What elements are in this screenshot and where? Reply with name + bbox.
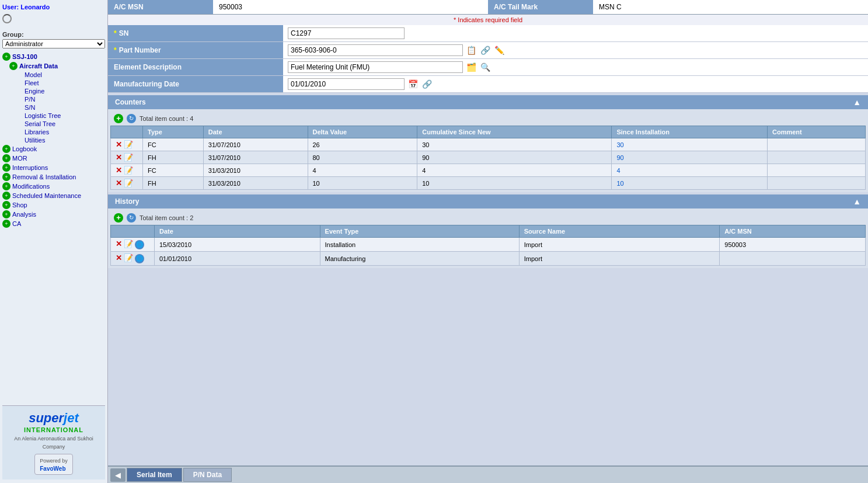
- sidebar-item-shop[interactable]: + Shop: [2, 200, 105, 210]
- hist-col-source-name: Source Name: [519, 225, 720, 238]
- counters-header: Counters ▲: [108, 95, 868, 109]
- sidebar-item-sn[interactable]: S/N: [2, 103, 105, 112]
- tab-pn-data[interactable]: P/N Data: [183, 468, 232, 482]
- delete-icon[interactable]: ✕: [116, 253, 122, 262]
- sidebar-item-removal-installation[interactable]: + Removal & Installation: [2, 172, 105, 182]
- favoweb-label: FavoWeb: [40, 465, 65, 472]
- cell-since-install: 4: [612, 164, 768, 177]
- sidebar-item-label: CA: [12, 220, 21, 227]
- edit-icon[interactable]: 📝: [124, 140, 133, 149]
- history-refresh-btn[interactable]: ↻: [127, 213, 136, 223]
- history-toolbar: + ↻ Total item count : 2: [110, 211, 866, 225]
- cell-since-install: 90: [612, 151, 768, 164]
- sidebar-item-label: Libraries: [25, 128, 49, 135]
- delete-icon[interactable]: ✕: [116, 166, 122, 175]
- edit-icon[interactable]: 📝: [124, 253, 133, 262]
- pn-link-btn[interactable]: 🔗: [479, 44, 491, 56]
- edit-icon[interactable]: 📝: [124, 153, 133, 162]
- counters-add-btn[interactable]: +: [114, 114, 123, 123]
- bullet-green-icon: +: [2, 154, 11, 162]
- cell-type: FH: [143, 151, 204, 164]
- sidebar-item-utilities[interactable]: Utilities: [2, 136, 105, 144]
- sn-label: SN: [119, 29, 129, 37]
- sidebar-item-label: MOR: [12, 155, 27, 162]
- bullet-green-icon: +: [2, 53, 11, 61]
- cell-since-install: 10: [612, 177, 768, 190]
- cell-comment: [767, 151, 865, 164]
- sidebar-item-label: Modifications: [12, 183, 50, 190]
- sidebar-item-logbook[interactable]: + Logbook: [2, 144, 105, 154]
- sidebar-item-analysis[interactable]: + Analysis: [2, 210, 105, 219]
- sidebar-item-ca[interactable]: + CA: [2, 219, 105, 228]
- sidebar-item-label: Model: [25, 71, 42, 78]
- cell-event-type: Manufacturing: [320, 252, 519, 266]
- sidebar-item-label: Utilities: [25, 137, 45, 144]
- ac-msn-value: 950003: [213, 0, 488, 14]
- sidebar-item-logistic-tree[interactable]: Logistic Tree: [2, 112, 105, 120]
- sidebar-item-label: Logistic Tree: [25, 112, 61, 119]
- pn-copy-btn[interactable]: 📋: [465, 44, 477, 56]
- delete-icon[interactable]: ✕: [116, 179, 122, 187]
- sidebar-item-label: Removal & Installation: [12, 173, 76, 180]
- hist-col-event-type: Event Type: [320, 225, 519, 238]
- logo-international: INTERNATIONAL: [24, 426, 83, 433]
- bullet-green-icon: +: [2, 164, 11, 172]
- sidebar-item-modifications[interactable]: + Modifications: [2, 182, 105, 191]
- pn-input[interactable]: [288, 44, 463, 56]
- sidebar-item-label: Interruptions: [12, 164, 48, 171]
- counters-toolbar: + ↻ Total item count : 4: [110, 112, 866, 126]
- tab-serial-item[interactable]: Serial Item: [127, 468, 182, 482]
- mfg-date-input[interactable]: [288, 78, 405, 90]
- delete-icon[interactable]: ✕: [116, 153, 122, 162]
- counters-collapse-icon[interactable]: ▲: [853, 98, 861, 107]
- edit-icon[interactable]: 📝: [124, 239, 133, 248]
- sidebar-item-model[interactable]: Model: [2, 71, 105, 79]
- group-select[interactable]: Administrator: [2, 39, 105, 48]
- counters-refresh-btn[interactable]: ↻: [127, 114, 136, 123]
- sidebar-item-ssj100[interactable]: + SSJ-100: [2, 52, 105, 61]
- col-cumulative: Cumulative Since New: [417, 126, 612, 138]
- desc-input[interactable]: [288, 61, 463, 73]
- pn-edit-btn[interactable]: ✏️: [493, 44, 505, 56]
- bullet-green-icon: +: [2, 210, 11, 218]
- edit-icon[interactable]: 📝: [124, 166, 133, 175]
- history-collapse-icon[interactable]: ▲: [853, 197, 861, 206]
- delete-icon[interactable]: ✕: [116, 140, 122, 149]
- hist-col-ac-msn: A/C MSN: [720, 225, 866, 238]
- hist-col-date: Date: [155, 225, 320, 238]
- table-row: ✕ 📝 FC 31/07/2010 26 30 30: [111, 138, 866, 151]
- cell-type: FH: [143, 177, 204, 190]
- sidebar-item-aircraft-data[interactable]: + Aircraft Data: [2, 61, 105, 71]
- sidebar-item-label: Scheduled Maintenance: [12, 192, 81, 199]
- sidebar-item-engine[interactable]: Engine: [2, 87, 105, 95]
- sidebar-item-label: P/N: [25, 96, 35, 103]
- counters-body: + ↻ Total item count : 4 Type Date Delta…: [108, 109, 868, 192]
- cell-source-name: Import: [519, 252, 720, 266]
- sidebar-item-fleet[interactable]: Fleet: [2, 79, 105, 87]
- table-row: ✕ 📝 🌐 15/03/2010 Installation Import 950…: [111, 238, 866, 252]
- sidebar-item-serial-tree[interactable]: Serial Tree: [2, 120, 105, 128]
- sidebar-item-mor[interactable]: + MOR: [2, 154, 105, 163]
- cell-cumulative: 90: [417, 151, 612, 164]
- delete-icon[interactable]: ✕: [116, 239, 122, 248]
- desc-search-btn[interactable]: 🔍: [479, 61, 491, 73]
- cell-cumulative: 4: [417, 164, 612, 177]
- bottom-nav-back-btn[interactable]: ◀: [110, 468, 126, 482]
- sidebar-item-scheduled-maintenance[interactable]: + Scheduled Maintenance: [2, 191, 105, 200]
- history-add-btn[interactable]: +: [114, 213, 123, 223]
- cell-ac-msn: 950003: [720, 238, 866, 252]
- table-row: ✕ 📝 FC 31/03/2010 4 4 4: [111, 164, 866, 177]
- col-type: Type: [143, 126, 204, 138]
- mfg-date-link-btn[interactable]: 🔗: [421, 78, 433, 90]
- col-comment: Comment: [767, 126, 865, 138]
- sn-input[interactable]: [288, 27, 405, 39]
- sidebar-item-interruptions[interactable]: + Interruptions: [2, 163, 105, 172]
- cell-date: 31/07/2010: [203, 138, 308, 151]
- edit-icon[interactable]: 📝: [124, 179, 133, 187]
- desc-btn1[interactable]: 🗂️: [465, 61, 477, 73]
- cell-source-name: Import: [519, 238, 720, 252]
- user-label[interactable]: User: Leonardo: [2, 4, 105, 11]
- sidebar-item-pn[interactable]: P/N: [2, 95, 105, 103]
- mfg-date-calendar-btn[interactable]: 📅: [407, 78, 419, 90]
- sidebar-item-libraries[interactable]: Libraries: [2, 128, 105, 136]
